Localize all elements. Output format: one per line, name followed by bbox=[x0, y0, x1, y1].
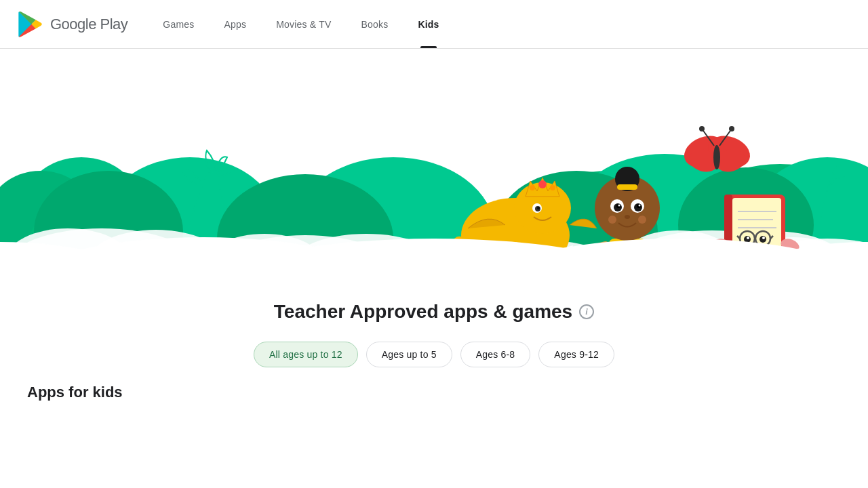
svg-point-61 bbox=[638, 216, 646, 224]
svg-point-69 bbox=[755, 231, 770, 246]
svg-point-74 bbox=[760, 236, 766, 243]
chip-ages-6-8[interactable]: Ages 6-8 bbox=[460, 342, 531, 367]
svg-point-2 bbox=[20, 157, 142, 266]
svg-point-14 bbox=[753, 157, 868, 279]
svg-point-82 bbox=[713, 146, 748, 175]
svg-point-56 bbox=[637, 204, 641, 208]
svg-point-12 bbox=[495, 171, 658, 279]
svg-point-22 bbox=[353, 242, 515, 279]
svg-point-15 bbox=[678, 167, 814, 279]
svg-point-77 bbox=[708, 237, 730, 254]
svg-point-58 bbox=[639, 205, 641, 207]
svg-point-90 bbox=[0, 242, 136, 279]
svg-point-45 bbox=[584, 247, 597, 261]
svg-point-24 bbox=[420, 239, 556, 279]
svg-point-42 bbox=[612, 274, 642, 279]
info-icon[interactable]: i bbox=[579, 304, 594, 319]
svg-point-32 bbox=[461, 198, 570, 272]
svg-point-11 bbox=[570, 154, 760, 279]
chip-all-ages[interactable]: All ages up to 12 bbox=[254, 342, 358, 367]
svg-point-54 bbox=[634, 203, 642, 211]
svg-rect-50 bbox=[617, 184, 637, 190]
svg-point-17 bbox=[7, 228, 129, 279]
svg-line-72 bbox=[770, 236, 773, 239]
svg-point-89 bbox=[746, 242, 868, 279]
chip-ages-9-12[interactable]: Ages 9-12 bbox=[538, 342, 614, 367]
svg-point-27 bbox=[624, 230, 800, 279]
chip-ages-5[interactable]: Ages up to 5 bbox=[366, 342, 452, 367]
logo-link[interactable]: Google Play bbox=[16, 11, 127, 38]
svg-point-68 bbox=[740, 231, 755, 246]
section-title: Teacher Approved apps & games i bbox=[274, 301, 594, 323]
svg-point-34 bbox=[538, 180, 547, 188]
main-content: Teacher Approved apps & games i All ages… bbox=[0, 279, 868, 401]
svg-point-57 bbox=[618, 205, 620, 207]
svg-point-46 bbox=[657, 247, 671, 261]
svg-point-6 bbox=[34, 171, 183, 279]
svg-rect-43 bbox=[595, 240, 612, 253]
svg-point-20 bbox=[207, 234, 322, 279]
svg-point-75 bbox=[747, 237, 749, 239]
svg-point-30 bbox=[746, 239, 868, 279]
svg-point-3 bbox=[0, 171, 95, 266]
svg-rect-44 bbox=[646, 240, 663, 253]
svg-point-31 bbox=[739, 237, 848, 279]
svg-rect-62 bbox=[724, 195, 785, 269]
svg-point-21 bbox=[292, 234, 441, 279]
svg-line-71 bbox=[737, 236, 740, 239]
svg-point-76 bbox=[762, 237, 765, 239]
google-play-icon bbox=[16, 11, 43, 38]
svg-point-79 bbox=[679, 130, 730, 173]
svg-point-37 bbox=[532, 203, 542, 213]
svg-point-36 bbox=[550, 185, 555, 190]
svg-point-25 bbox=[465, 240, 620, 279]
svg-rect-63 bbox=[724, 195, 732, 269]
svg-point-85 bbox=[729, 126, 734, 131]
hero-illustration bbox=[0, 49, 868, 279]
svg-point-23 bbox=[346, 240, 454, 279]
svg-rect-40 bbox=[609, 239, 646, 279]
svg-point-78 bbox=[779, 237, 801, 254]
svg-point-49 bbox=[615, 167, 639, 191]
svg-point-81 bbox=[687, 146, 722, 175]
nav-movies-tv[interactable]: Movies & TV bbox=[262, 0, 344, 48]
filter-chips: All ages up to 12 Ages up to 5 Ages 6-8 … bbox=[27, 342, 841, 367]
svg-point-26 bbox=[454, 239, 563, 279]
svg-point-51 bbox=[610, 199, 624, 213]
svg-point-35 bbox=[530, 185, 535, 190]
svg-point-60 bbox=[608, 216, 616, 224]
nav-books[interactable]: Books bbox=[348, 0, 402, 48]
svg-point-33 bbox=[514, 182, 571, 234]
svg-point-39 bbox=[537, 207, 540, 209]
svg-point-7 bbox=[217, 191, 461, 279]
svg-point-18 bbox=[88, 230, 224, 279]
nav-games[interactable]: Games bbox=[149, 0, 208, 48]
svg-point-59 bbox=[625, 215, 630, 219]
nav-kids[interactable]: Kids bbox=[404, 0, 452, 48]
main-nav: Games Apps Movies & TV Books Kids bbox=[149, 0, 452, 48]
svg-point-83 bbox=[713, 145, 720, 169]
nav-apps[interactable]: Apps bbox=[210, 0, 260, 48]
svg-point-29 bbox=[702, 231, 844, 279]
title-section: Teacher Approved apps & games i bbox=[27, 279, 841, 336]
svg-point-80 bbox=[703, 130, 754, 173]
logo-text: Google Play bbox=[50, 16, 127, 33]
hero-banner bbox=[0, 49, 868, 279]
svg-point-52 bbox=[631, 199, 644, 213]
svg-point-19 bbox=[217, 235, 393, 279]
svg-point-38 bbox=[535, 206, 540, 211]
svg-rect-0 bbox=[0, 49, 868, 279]
svg-point-73 bbox=[744, 236, 751, 243]
svg-point-41 bbox=[608, 270, 646, 279]
svg-point-10 bbox=[502, 171, 719, 279]
svg-point-9 bbox=[217, 174, 393, 279]
svg-point-4 bbox=[27, 178, 244, 279]
svg-point-16 bbox=[7, 228, 197, 279]
svg-rect-47 bbox=[620, 225, 634, 240]
svg-rect-64 bbox=[732, 198, 781, 266]
svg-point-55 bbox=[616, 204, 620, 208]
svg-point-48 bbox=[595, 176, 660, 241]
svg-point-87 bbox=[231, 239, 637, 279]
svg-point-28 bbox=[620, 230, 736, 279]
apps-section-title: Apps for kids bbox=[27, 384, 841, 401]
